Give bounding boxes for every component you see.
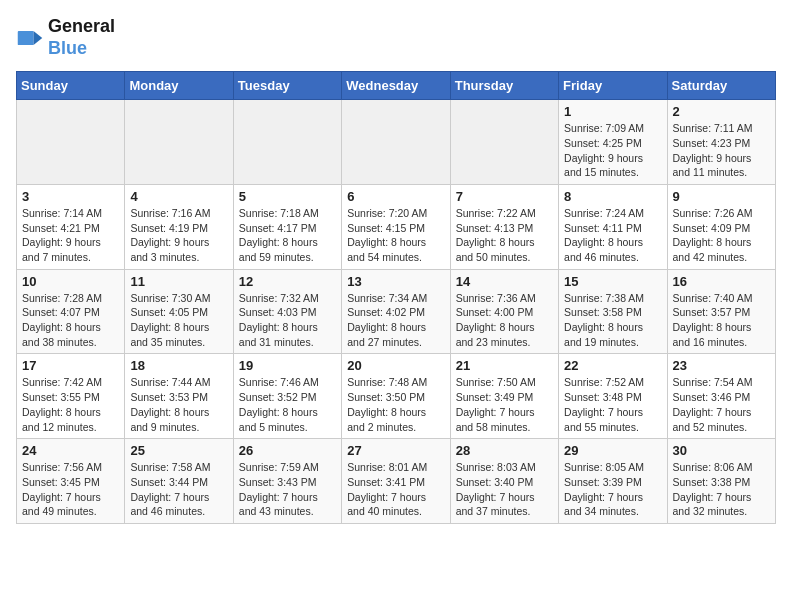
calendar-cell: 25Sunrise: 7:58 AM Sunset: 3:44 PM Dayli… (125, 439, 233, 524)
day-info: Sunrise: 7:56 AM Sunset: 3:45 PM Dayligh… (22, 460, 119, 519)
day-number: 3 (22, 189, 119, 204)
day-number: 2 (673, 104, 770, 119)
day-info: Sunrise: 7:09 AM Sunset: 4:25 PM Dayligh… (564, 121, 661, 180)
day-info: Sunrise: 7:26 AM Sunset: 4:09 PM Dayligh… (673, 206, 770, 265)
weekday-header: Monday (125, 72, 233, 100)
day-number: 29 (564, 443, 661, 458)
calendar-week-row: 17Sunrise: 7:42 AM Sunset: 3:55 PM Dayli… (17, 354, 776, 439)
weekday-header: Friday (559, 72, 667, 100)
calendar-cell: 12Sunrise: 7:32 AM Sunset: 4:03 PM Dayli… (233, 269, 341, 354)
calendar-cell: 29Sunrise: 8:05 AM Sunset: 3:39 PM Dayli… (559, 439, 667, 524)
day-number: 25 (130, 443, 227, 458)
calendar-cell: 3Sunrise: 7:14 AM Sunset: 4:21 PM Daylig… (17, 184, 125, 269)
svg-marker-1 (34, 31, 43, 45)
calendar-cell: 21Sunrise: 7:50 AM Sunset: 3:49 PM Dayli… (450, 354, 558, 439)
calendar-cell (450, 100, 558, 185)
calendar-cell (233, 100, 341, 185)
day-number: 4 (130, 189, 227, 204)
weekday-header-row: SundayMondayTuesdayWednesdayThursdayFrid… (17, 72, 776, 100)
day-info: Sunrise: 7:32 AM Sunset: 4:03 PM Dayligh… (239, 291, 336, 350)
day-info: Sunrise: 7:30 AM Sunset: 4:05 PM Dayligh… (130, 291, 227, 350)
calendar-cell: 8Sunrise: 7:24 AM Sunset: 4:11 PM Daylig… (559, 184, 667, 269)
weekday-header: Sunday (17, 72, 125, 100)
calendar-cell: 20Sunrise: 7:48 AM Sunset: 3:50 PM Dayli… (342, 354, 450, 439)
day-number: 24 (22, 443, 119, 458)
day-info: Sunrise: 8:05 AM Sunset: 3:39 PM Dayligh… (564, 460, 661, 519)
calendar-cell: 24Sunrise: 7:56 AM Sunset: 3:45 PM Dayli… (17, 439, 125, 524)
day-number: 8 (564, 189, 661, 204)
day-number: 5 (239, 189, 336, 204)
calendar-cell: 27Sunrise: 8:01 AM Sunset: 3:41 PM Dayli… (342, 439, 450, 524)
day-info: Sunrise: 7:52 AM Sunset: 3:48 PM Dayligh… (564, 375, 661, 434)
day-info: Sunrise: 7:59 AM Sunset: 3:43 PM Dayligh… (239, 460, 336, 519)
day-number: 21 (456, 358, 553, 373)
day-info: Sunrise: 7:24 AM Sunset: 4:11 PM Dayligh… (564, 206, 661, 265)
day-info: Sunrise: 7:38 AM Sunset: 3:58 PM Dayligh… (564, 291, 661, 350)
calendar-cell: 10Sunrise: 7:28 AM Sunset: 4:07 PM Dayli… (17, 269, 125, 354)
calendar-cell: 26Sunrise: 7:59 AM Sunset: 3:43 PM Dayli… (233, 439, 341, 524)
calendar-week-row: 10Sunrise: 7:28 AM Sunset: 4:07 PM Dayli… (17, 269, 776, 354)
day-info: Sunrise: 7:11 AM Sunset: 4:23 PM Dayligh… (673, 121, 770, 180)
calendar-week-row: 3Sunrise: 7:14 AM Sunset: 4:21 PM Daylig… (17, 184, 776, 269)
day-number: 28 (456, 443, 553, 458)
day-number: 20 (347, 358, 444, 373)
day-number: 18 (130, 358, 227, 373)
calendar-body: 1Sunrise: 7:09 AM Sunset: 4:25 PM Daylig… (17, 100, 776, 524)
calendar-cell: 23Sunrise: 7:54 AM Sunset: 3:46 PM Dayli… (667, 354, 775, 439)
calendar-cell: 28Sunrise: 8:03 AM Sunset: 3:40 PM Dayli… (450, 439, 558, 524)
logo-icon (16, 24, 44, 52)
calendar-week-row: 1Sunrise: 7:09 AM Sunset: 4:25 PM Daylig… (17, 100, 776, 185)
calendar-cell: 5Sunrise: 7:18 AM Sunset: 4:17 PM Daylig… (233, 184, 341, 269)
day-number: 11 (130, 274, 227, 289)
calendar-cell: 18Sunrise: 7:44 AM Sunset: 3:53 PM Dayli… (125, 354, 233, 439)
logo: GeneralBlue (16, 16, 115, 59)
day-info: Sunrise: 8:03 AM Sunset: 3:40 PM Dayligh… (456, 460, 553, 519)
calendar-cell: 6Sunrise: 7:20 AM Sunset: 4:15 PM Daylig… (342, 184, 450, 269)
day-number: 1 (564, 104, 661, 119)
weekday-header: Wednesday (342, 72, 450, 100)
day-number: 10 (22, 274, 119, 289)
day-info: Sunrise: 7:28 AM Sunset: 4:07 PM Dayligh… (22, 291, 119, 350)
day-number: 9 (673, 189, 770, 204)
day-number: 12 (239, 274, 336, 289)
day-number: 23 (673, 358, 770, 373)
calendar-cell: 7Sunrise: 7:22 AM Sunset: 4:13 PM Daylig… (450, 184, 558, 269)
day-number: 26 (239, 443, 336, 458)
calendar-cell (125, 100, 233, 185)
calendar-cell: 2Sunrise: 7:11 AM Sunset: 4:23 PM Daylig… (667, 100, 775, 185)
day-number: 27 (347, 443, 444, 458)
svg-rect-0 (18, 31, 34, 45)
day-number: 13 (347, 274, 444, 289)
day-info: Sunrise: 7:36 AM Sunset: 4:00 PM Dayligh… (456, 291, 553, 350)
day-info: Sunrise: 7:44 AM Sunset: 3:53 PM Dayligh… (130, 375, 227, 434)
day-number: 16 (673, 274, 770, 289)
day-number: 17 (22, 358, 119, 373)
day-info: Sunrise: 7:58 AM Sunset: 3:44 PM Dayligh… (130, 460, 227, 519)
calendar-cell: 11Sunrise: 7:30 AM Sunset: 4:05 PM Dayli… (125, 269, 233, 354)
day-number: 15 (564, 274, 661, 289)
weekday-header: Saturday (667, 72, 775, 100)
calendar: SundayMondayTuesdayWednesdayThursdayFrid… (16, 71, 776, 524)
day-info: Sunrise: 7:18 AM Sunset: 4:17 PM Dayligh… (239, 206, 336, 265)
header: GeneralBlue (16, 16, 776, 59)
calendar-cell: 17Sunrise: 7:42 AM Sunset: 3:55 PM Dayli… (17, 354, 125, 439)
calendar-cell: 14Sunrise: 7:36 AM Sunset: 4:00 PM Dayli… (450, 269, 558, 354)
day-info: Sunrise: 7:48 AM Sunset: 3:50 PM Dayligh… (347, 375, 444, 434)
logo-text: GeneralBlue (48, 16, 115, 59)
day-info: Sunrise: 7:34 AM Sunset: 4:02 PM Dayligh… (347, 291, 444, 350)
day-number: 14 (456, 274, 553, 289)
calendar-cell (342, 100, 450, 185)
calendar-cell: 1Sunrise: 7:09 AM Sunset: 4:25 PM Daylig… (559, 100, 667, 185)
weekday-header: Tuesday (233, 72, 341, 100)
calendar-cell: 13Sunrise: 7:34 AM Sunset: 4:02 PM Dayli… (342, 269, 450, 354)
calendar-week-row: 24Sunrise: 7:56 AM Sunset: 3:45 PM Dayli… (17, 439, 776, 524)
calendar-cell: 15Sunrise: 7:38 AM Sunset: 3:58 PM Dayli… (559, 269, 667, 354)
calendar-cell: 4Sunrise: 7:16 AM Sunset: 4:19 PM Daylig… (125, 184, 233, 269)
calendar-cell: 30Sunrise: 8:06 AM Sunset: 3:38 PM Dayli… (667, 439, 775, 524)
day-info: Sunrise: 8:01 AM Sunset: 3:41 PM Dayligh… (347, 460, 444, 519)
day-number: 19 (239, 358, 336, 373)
day-info: Sunrise: 7:16 AM Sunset: 4:19 PM Dayligh… (130, 206, 227, 265)
day-info: Sunrise: 7:20 AM Sunset: 4:15 PM Dayligh… (347, 206, 444, 265)
day-info: Sunrise: 8:06 AM Sunset: 3:38 PM Dayligh… (673, 460, 770, 519)
day-info: Sunrise: 7:22 AM Sunset: 4:13 PM Dayligh… (456, 206, 553, 265)
